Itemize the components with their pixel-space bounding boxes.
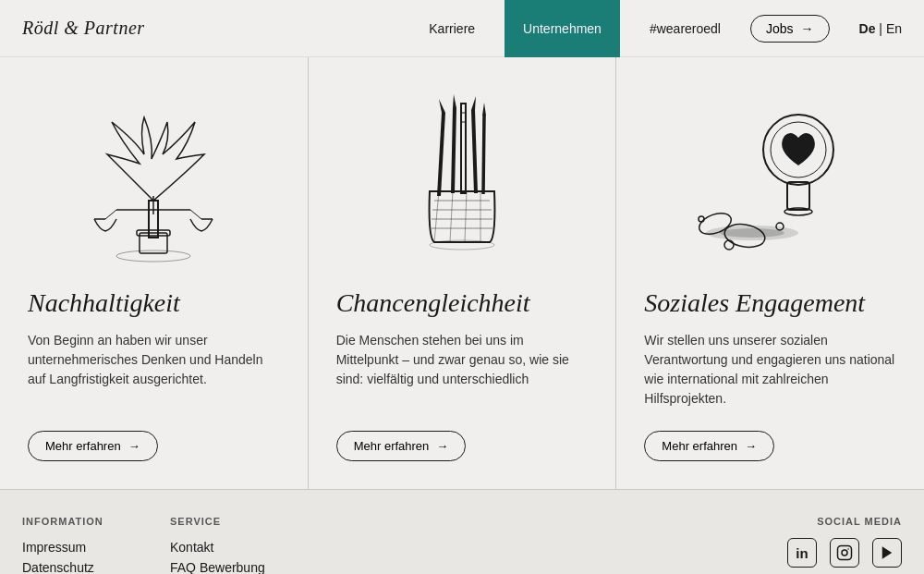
card-desc-soziales-engagement: Wir stellen uns unserer sozialen Verantw… xyxy=(644,331,896,409)
instagram-icon[interactable] xyxy=(830,538,859,568)
svg-point-43 xyxy=(847,548,849,550)
main-nav: Karriere Unternehmen #weareroedl Jobs → … xyxy=(429,0,902,57)
card-title-soziales-engagement: Soziales Engagement xyxy=(644,288,896,318)
svg-line-15 xyxy=(450,191,453,242)
social-icons-group: in xyxy=(787,538,902,568)
svg-line-16 xyxy=(465,191,467,242)
card-chancengleichheit: Chancengleichheit Die Menschen stehen be… xyxy=(309,57,617,489)
svg-rect-41 xyxy=(838,546,852,560)
svg-line-27 xyxy=(483,116,484,194)
footer: INFORMATION Impressum Datenschutz Copyri… xyxy=(0,489,924,574)
footer-info-col: INFORMATION Impressum Datenschutz Copyri… xyxy=(22,516,115,574)
footer-link-faq[interactable]: FAQ Bewerbung xyxy=(170,560,274,574)
illustration-nachhaltigkeit xyxy=(28,85,280,270)
svg-rect-22 xyxy=(461,104,466,193)
illustration-soziales-engagement xyxy=(644,85,896,270)
svg-marker-19 xyxy=(439,99,445,113)
footer-link-impressum[interactable]: Impressum xyxy=(22,540,115,555)
svg-point-42 xyxy=(842,550,847,556)
cards-section: Nachhaltigkeit Von Beginn an haben wir u… xyxy=(0,57,924,489)
footer-service-header: SERVICE xyxy=(170,516,274,527)
lang-de[interactable]: De xyxy=(859,21,876,36)
svg-line-5 xyxy=(105,210,116,219)
svg-marker-44 xyxy=(882,546,893,559)
svg-point-9 xyxy=(116,250,190,262)
card-btn-soziales-engagement[interactable]: Mehr erfahren → xyxy=(644,431,774,461)
svg-line-25 xyxy=(473,110,476,193)
card-btn-chancengleichheit[interactable]: Mehr erfahren → xyxy=(336,431,467,461)
lang-en[interactable]: En xyxy=(886,21,902,36)
svg-point-38 xyxy=(699,216,704,222)
header: Rödl & Partner Karriere Unternehmen #wea… xyxy=(0,0,924,57)
card-title-chancengleichheit: Chancengleichheit xyxy=(336,288,589,318)
nav-weareroedl[interactable]: #weareroedl xyxy=(650,21,721,36)
footer-service-col: SERVICE Kontakt FAQ Bewerbung Alumni Net… xyxy=(170,516,274,574)
footer-social-col: SOCIAL MEDIA in xyxy=(787,516,902,574)
illustration-chancengleichheit xyxy=(336,85,589,270)
svg-line-18 xyxy=(439,113,444,196)
card-soziales-engagement: Soziales Engagement Wir stellen uns unse… xyxy=(616,57,924,489)
svg-point-34 xyxy=(720,228,784,238)
linkedin-icon[interactable]: in xyxy=(787,538,817,568)
lang-switcher: De | En xyxy=(859,21,902,36)
footer-info-header: INFORMATION xyxy=(22,516,115,527)
card-desc-nachhaltigkeit: Von Beginn an haben wir unser unternehme… xyxy=(28,331,280,409)
svg-marker-21 xyxy=(453,94,456,108)
svg-line-7 xyxy=(190,210,201,219)
card-title-nachhaltigkeit: Nachhaltigkeit xyxy=(28,288,280,318)
card-desc-chancengleichheit: Die Menschen stehen bei uns im Mittelpun… xyxy=(336,331,589,409)
svg-point-39 xyxy=(724,240,734,250)
jobs-button[interactable]: Jobs → xyxy=(750,15,830,43)
footer-link-kontakt[interactable]: Kontakt xyxy=(170,540,274,555)
nav-karriere[interactable]: Karriere xyxy=(429,21,475,36)
svg-marker-28 xyxy=(482,103,486,116)
youtube-icon[interactable] xyxy=(872,538,902,568)
svg-marker-26 xyxy=(471,96,476,110)
svg-line-20 xyxy=(453,108,455,193)
card-btn-nachhaltigkeit[interactable]: Mehr erfahren → xyxy=(28,431,158,461)
nav-unternehmen[interactable]: Unternehmen xyxy=(505,0,620,57)
logo: Rödl & Partner xyxy=(22,18,429,39)
footer-link-datenschutz[interactable]: Datenschutz xyxy=(22,560,115,574)
card-nachhaltigkeit: Nachhaltigkeit Von Beginn an haben wir u… xyxy=(0,57,309,489)
svg-rect-32 xyxy=(787,182,809,210)
footer-social-header: SOCIAL MEDIA xyxy=(817,516,902,527)
svg-line-14 xyxy=(434,191,439,242)
